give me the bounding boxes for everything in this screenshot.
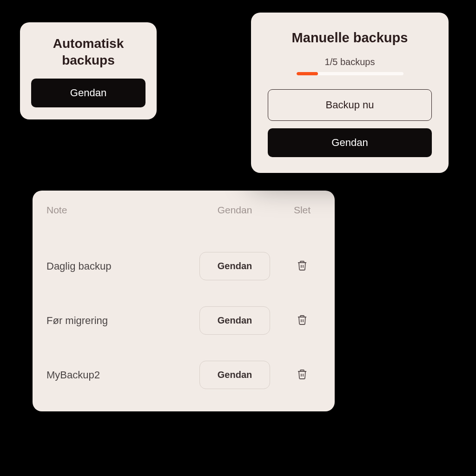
trash-icon (297, 369, 308, 380)
backup-count-label: 1/5 backups (268, 57, 432, 67)
auto-restore-button[interactable]: Gendan (31, 79, 145, 107)
backup-note: MyBackup2 (46, 369, 186, 381)
column-header-delete: Slet (284, 205, 321, 216)
manual-backups-card: Manuelle backups 1/5 backups Backup nu G… (251, 13, 449, 173)
trash-icon (297, 314, 308, 325)
backup-note: Før migrering (46, 315, 186, 327)
delete-button[interactable] (294, 366, 311, 384)
trash-icon (297, 260, 308, 271)
table-row: MyBackup2 Gendan (46, 348, 321, 402)
automatic-backups-title: Automatisk backups (31, 35, 145, 69)
table-row: Før migrering Gendan (46, 293, 321, 348)
delete-button[interactable] (294, 311, 311, 330)
manual-backups-title: Manuelle backups (268, 30, 432, 46)
delete-button[interactable] (294, 257, 311, 275)
manual-restore-button[interactable]: Gendan (268, 128, 432, 157)
column-header-note: Note (46, 205, 186, 216)
automatic-backups-card: Automatisk backups Gendan (20, 22, 157, 119)
backup-now-button[interactable]: Backup nu (268, 89, 432, 121)
backup-progress-bar (297, 72, 403, 75)
table-header: Note Gendan Slet (46, 205, 321, 216)
column-header-restore: Gendan (186, 205, 284, 216)
table-row: Daglig backup Gendan (46, 239, 321, 293)
restore-button[interactable]: Gendan (199, 361, 270, 389)
backup-note: Daglig backup (46, 260, 186, 272)
restore-button[interactable]: Gendan (199, 252, 270, 280)
restore-button[interactable]: Gendan (199, 306, 270, 335)
backup-list-card: Note Gendan Slet Daglig backup Gendan Fø… (33, 191, 335, 411)
backup-progress-fill (297, 72, 318, 75)
